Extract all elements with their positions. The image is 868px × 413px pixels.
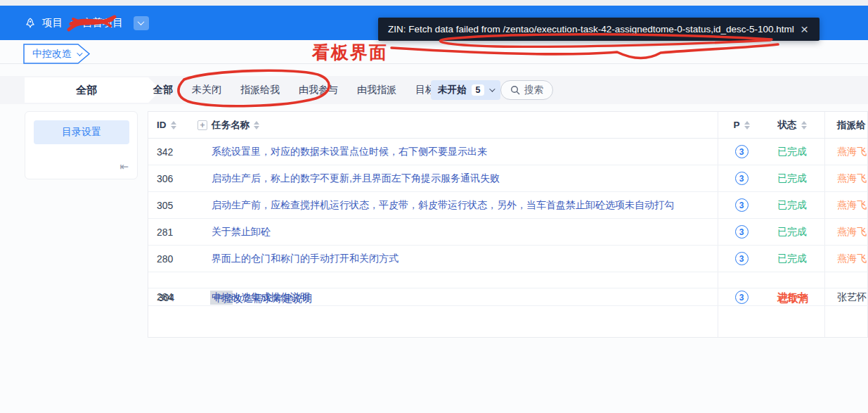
execution-switcher-tab[interactable]: 中控改造 [23,44,91,64]
tab-unclosed[interactable]: 未关闭 [192,84,221,96]
search-label: 搜索 [524,84,543,96]
tab-assigned-by-me[interactable]: 由我指派 [357,84,396,96]
priority-badge: 3 [735,145,749,158]
assignee[interactable]: 燕海飞 [837,165,868,191]
col-assignee[interactable]: 指派给 [837,112,868,138]
task-id: 281 [157,219,195,245]
priority-badge: 3 [735,172,749,185]
table-row[interactable]: 305 启动生产前，应检查搅拌机运行状态，平皮带，斜皮带运行状态，另外，当车首盘… [148,192,868,219]
table-row[interactable]: 306 启动生产后，称上的数字不更新,并且界面左下角提示服务通讯失败 3 已完成… [148,165,868,192]
col-status[interactable]: 状态 [778,119,797,132]
task-title-link[interactable]: 界面上的仓门和称门的手动打开和关闭方式 [212,253,399,265]
expand-all-icon[interactable]: + [197,120,207,130]
search-button[interactable]: 搜索 [500,80,553,100]
task-title-link[interactable]: 启动生产后，称上的数字不更新,并且界面左下角提示服务通讯失败 [212,172,500,185]
chevron-down-icon [138,18,145,25]
task-title-link[interactable]: 中控改造需求筹建说明 [214,293,312,305]
execution-name: 中控改造 [32,48,72,61]
search-icon [510,85,520,95]
chevron-down-icon [490,86,495,91]
status-filter-label: 未开始 [438,84,467,96]
assignee[interactable]: 燕海飞 [837,219,868,245]
filter-tabs: 全部 未关闭 指派给我 由我参与 由我指派 目标变更 [153,77,455,103]
task-title-link[interactable]: 系统设置里，对应的数据未设置点位时候，右下侧不要显示出来 [212,146,487,158]
status-badge: 已完成 [757,219,827,245]
assignee[interactable]: 燕海飞 [837,139,868,165]
status-badge: 已取消 [758,293,829,305]
status-badge: 已完成 [757,139,827,165]
assignee[interactable]: 燕海飞 [837,246,868,272]
task-id: 342 [157,139,195,165]
sort-icon[interactable] [744,121,750,129]
status-badge: 已完成 [757,246,827,272]
toast-close-icon[interactable]: × [799,23,810,36]
assignee[interactable]: 张艺怀 [837,291,867,304]
error-toast: ZIN: Fetch data failed from /zentao/exec… [378,18,820,41]
app-window: 项目 › 宫普项目 ZIN: Fetch data failed from /z… [0,0,868,413]
tab-involved-by-me[interactable]: 由我参与 [299,84,338,96]
tab-all[interactable]: 全部 [153,84,173,96]
col-name[interactable]: 任务名称 [212,119,250,132]
module-settings-button[interactable]: 目录设置 [34,120,129,144]
table-header-row: ID + 任务名称 P 状态 指派给 [148,112,868,139]
task-id: 304 [158,292,174,303]
status-filter-count: 5 [472,84,485,96]
annotation-kanban-label: 看板界面 [312,41,388,64]
priority-badge: 3 [735,291,749,304]
col-priority[interactable]: P [733,120,739,130]
collapse-sidebar-icon[interactable]: ⇤ [119,160,129,173]
breadcrumb-section[interactable]: 项目 [42,16,63,30]
table-row[interactable]: 342 系统设置里，对应的数据未设置点位时候，右下侧不要显示出来 3 已完成 燕… [148,139,868,165]
breadcrumb-project[interactable]: 宫普项目 [82,16,123,30]
col-id[interactable]: ID [157,120,167,130]
browse-type-tab[interactable]: 全部 [25,77,162,103]
task-title-link[interactable]: 启动生产前，应检查搅拌机运行状态，平皮带，斜皮带运行状态，另外，当车首盘禁止卸砼… [212,199,674,212]
priority-badge: 3 [735,252,749,265]
table-row-glitched[interactable]: 284 304 中控改造集成操作说明 中控改造需求筹建说明 3 进行中 已取消 … [148,288,868,306]
sidebar-card: 目录设置 ⇤ [25,111,138,179]
sort-icon[interactable] [254,121,259,129]
toast-message: ZIN: Fetch data failed from /zentao/exec… [388,24,794,34]
priority-badge: 3 [735,225,749,239]
task-title-link[interactable]: 关于禁止卸砼 [212,226,271,239]
status-badge: 已完成 [757,192,827,218]
sort-icon[interactable] [801,121,807,129]
task-id: 306 [157,165,195,191]
project-switcher-button[interactable] [134,16,149,30]
browse-type-label: 全部 [25,77,148,103]
top-strip [0,0,868,6]
breadcrumb-separator: › [70,16,75,30]
table-row[interactable]: 281 关于禁止卸砼 3 已完成 燕海飞 [148,219,868,246]
tab-assigned-to-me[interactable]: 指派给我 [240,84,280,96]
breadcrumb: 项目 › 宫普项目 [25,16,149,30]
priority-badge: 3 [735,198,749,212]
status-badge: 已完成 [757,165,827,191]
table-row[interactable]: 280 界面上的仓门和称门的手动打开和关闭方式 3 已完成 燕海飞 [148,246,868,272]
rocket-icon [25,18,36,29]
status-filter-dropdown[interactable]: 未开始 5 [431,80,500,100]
sort-icon[interactable] [171,121,176,129]
task-id: 305 [157,192,195,218]
task-table: ID + 任务名称 P 状态 指派给 342 系统设置里，对应的数据未设置点位时… [148,111,868,338]
assignee[interactable]: 燕海飞 [837,192,868,218]
header-divider [0,63,868,64]
task-id: 280 [157,246,195,272]
